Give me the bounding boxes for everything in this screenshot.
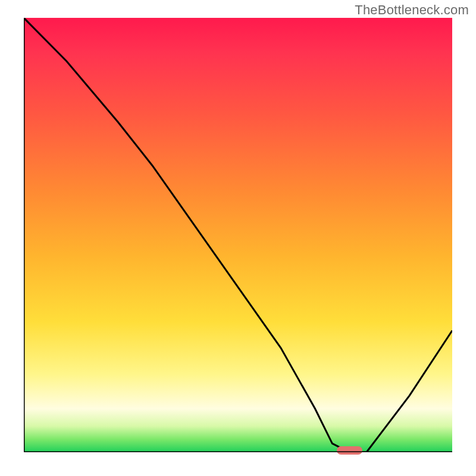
optimal-marker (337, 446, 362, 455)
line-plot-svg (24, 18, 452, 452)
bottleneck-curve (24, 18, 452, 452)
chart-area (24, 18, 452, 452)
watermark-text: TheBottleneck.com (355, 2, 469, 18)
